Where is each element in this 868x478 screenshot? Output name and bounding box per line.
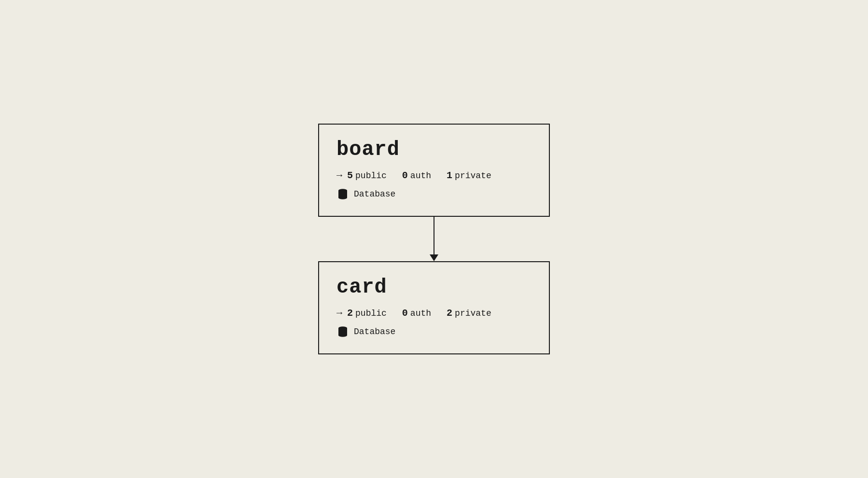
card-title: card xyxy=(336,276,532,299)
card-auth-label: auth xyxy=(410,309,431,318)
card-private-label: private xyxy=(455,309,491,318)
card-database: Database xyxy=(336,325,532,338)
board-title: board xyxy=(336,138,532,161)
database-icon xyxy=(336,188,349,200)
board-private-stat: 1 private xyxy=(447,170,491,181)
board-auth-stat: 0 auth xyxy=(402,170,431,181)
card-auth-count: 0 xyxy=(402,308,408,319)
board-auth-count: 0 xyxy=(402,170,408,181)
connector-line xyxy=(434,217,435,255)
card-public-stat: 2 public xyxy=(347,308,387,319)
card-private-count: 2 xyxy=(447,308,452,319)
card-auth-stat: 0 auth xyxy=(402,308,431,319)
board-stats: → 5 public 0 auth 1 private xyxy=(336,170,532,181)
connector-arrow xyxy=(434,217,435,261)
board-private-label: private xyxy=(455,171,491,181)
svg-point-6 xyxy=(338,196,347,199)
card-stats: → 2 public 0 auth 2 private xyxy=(336,308,532,319)
card-public-count: 2 xyxy=(347,308,353,319)
card-public-label: public xyxy=(355,309,387,318)
board-auth-label: auth xyxy=(410,171,431,181)
svg-point-13 xyxy=(338,334,347,337)
board-arrow-icon: → xyxy=(336,170,342,181)
card-private-stat: 2 private xyxy=(447,308,491,319)
board-database-label: Database xyxy=(354,189,395,199)
board-private-count: 1 xyxy=(447,170,452,181)
board-node: board → 5 public 0 auth 1 private xyxy=(318,124,550,217)
database-icon-card xyxy=(336,325,349,338)
board-public-stat: 5 public xyxy=(347,170,387,181)
board-database: Database xyxy=(336,188,532,200)
diagram-container: board → 5 public 0 auth 1 private xyxy=(318,124,550,354)
card-node: card → 2 public 0 auth 2 private xyxy=(318,261,550,354)
board-public-label: public xyxy=(355,171,387,181)
card-arrow-icon: → xyxy=(336,308,342,319)
board-public-count: 5 xyxy=(347,170,353,181)
card-database-label: Database xyxy=(354,327,395,337)
